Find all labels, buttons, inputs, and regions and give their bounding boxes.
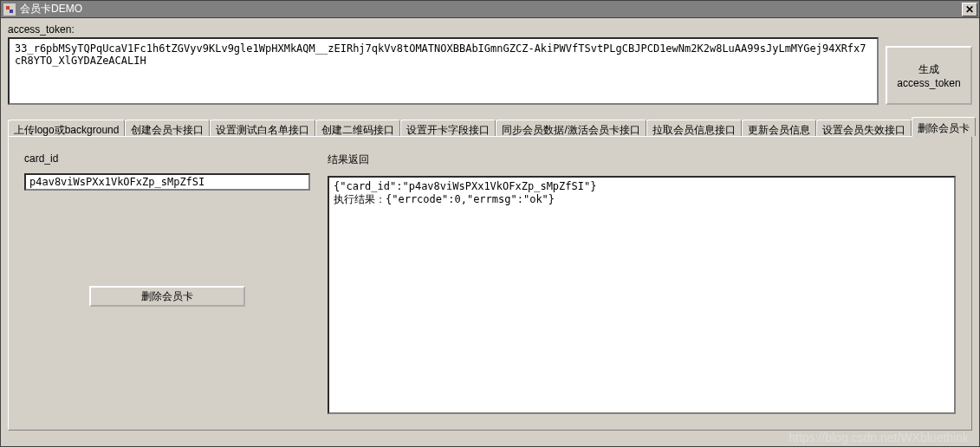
tab-upload-logo[interactable]: 上传logo或background	[8, 120, 125, 137]
card-id-input[interactable]	[24, 173, 310, 191]
card-id-label: card_id	[24, 152, 310, 165]
panel-grid: card_id 删除会员卡 结果返回 {"card_id":"p4av8viWs…	[24, 152, 956, 414]
tab-strip: 上传logo或background 创建会员卡接口 设置测试白名单接口 创建二维…	[8, 117, 972, 136]
tab-delete-card[interactable]: 删除会员卡	[912, 117, 976, 136]
tab-create-qrcode[interactable]: 创建二维码接口	[315, 120, 400, 137]
result-output[interactable]: {"card_id":"p4av8viWsPXx1VkOFxZp_sMpZfSI…	[328, 176, 956, 414]
titlebar: 会员卡DEMO ✕	[1, 1, 979, 18]
watermark: https://blog.csdn.net/WXbluethink	[789, 431, 969, 444]
access-token-label: access_token:	[8, 23, 972, 36]
close-button[interactable]: ✕	[962, 3, 977, 16]
result-label: 结果返回	[328, 152, 956, 167]
access-token-input[interactable]	[8, 37, 879, 105]
right-column: 结果返回 {"card_id":"p4av8viWsPXx1VkOFxZp_sM…	[328, 152, 956, 414]
window-title: 会员卡DEMO	[20, 2, 962, 16]
tab-panel-delete-card: card_id 删除会员卡 结果返回 {"card_id":"p4av8viWs…	[8, 136, 972, 431]
left-column: card_id 删除会员卡	[24, 152, 310, 414]
client-area: access_token: 生成 access_token 上传logo或bac…	[1, 18, 979, 446]
tab-set-card-fields[interactable]: 设置开卡字段接口	[400, 120, 496, 137]
tab-create-card[interactable]: 创建会员卡接口	[125, 120, 210, 137]
generate-token-button[interactable]: 生成 access_token	[886, 46, 972, 105]
app-window: 会员卡DEMO ✕ access_token: 生成 access_token …	[0, 0, 980, 447]
close-icon: ✕	[965, 3, 974, 16]
app-icon	[3, 3, 16, 16]
delete-card-button[interactable]: 删除会员卡	[89, 286, 245, 307]
tab-sync-activate[interactable]: 同步会员数据/激活会员卡接口	[496, 120, 646, 137]
tab-set-whitelist[interactable]: 设置测试白名单接口	[210, 120, 315, 137]
token-row: 生成 access_token	[8, 37, 972, 105]
tab-set-invalid[interactable]: 设置会员失效接口	[816, 120, 912, 137]
tab-update-member[interactable]: 更新会员信息	[742, 120, 816, 137]
tab-get-member-info[interactable]: 拉取会员信息接口	[646, 120, 742, 137]
